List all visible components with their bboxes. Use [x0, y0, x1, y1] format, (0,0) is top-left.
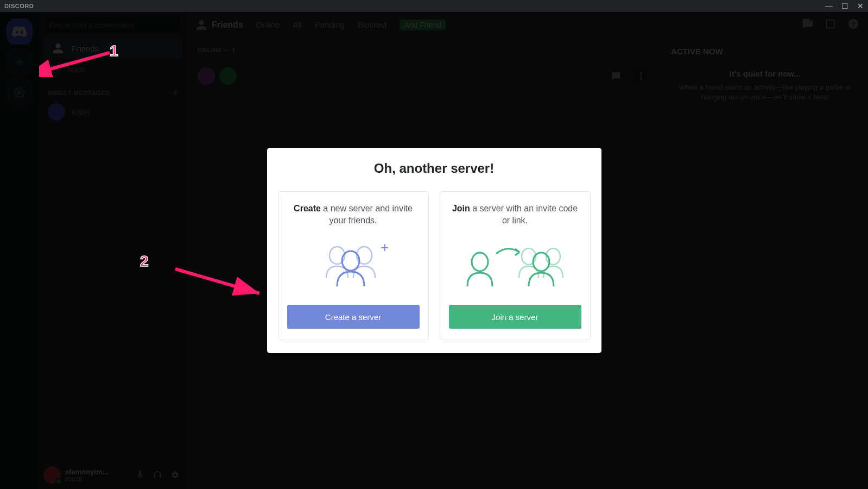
close-button[interactable]: ✕: [857, 2, 864, 10]
join-description: Join a server with an invite code or lin…: [449, 203, 581, 227]
modal-title: Oh, another server!: [278, 161, 591, 176]
svg-point-15: [533, 253, 549, 271]
titlebar: DISCORD — ☐ ✕: [0, 0, 868, 12]
app-title: DISCORD: [4, 3, 34, 9]
create-server-card: Create a new server and invite your frie…: [278, 191, 429, 341]
maximize-button[interactable]: ☐: [841, 2, 848, 10]
minimize-button[interactable]: —: [825, 2, 833, 10]
join-server-card: Join a server with an invite code or lin…: [440, 191, 591, 341]
join-illustration-icon: [449, 237, 581, 292]
svg-text:+: +: [381, 240, 389, 255]
server-modal: Oh, another server! Create a new server …: [267, 148, 601, 354]
svg-point-10: [342, 251, 359, 271]
create-illustration-icon: +: [287, 237, 420, 292]
join-server-button[interactable]: Join a server: [449, 305, 581, 329]
create-description: Create a new server and invite your frie…: [287, 203, 420, 227]
window-controls: — ☐ ✕: [825, 2, 864, 10]
create-server-button[interactable]: Create a server: [287, 305, 420, 329]
svg-point-12: [472, 253, 488, 271]
modal-backdrop[interactable]: Oh, another server! Create a new server …: [0, 12, 868, 489]
